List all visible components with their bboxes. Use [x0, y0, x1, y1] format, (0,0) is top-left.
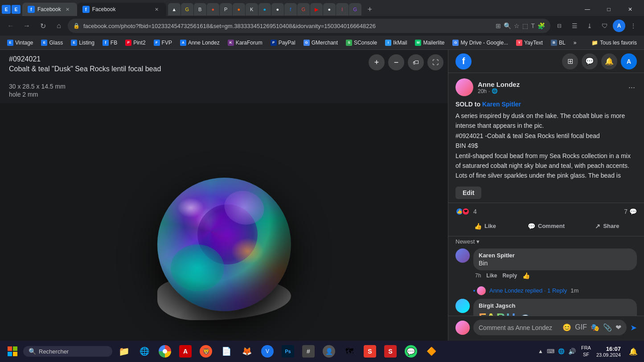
- notification-center-icon[interactable]: 🔔: [626, 347, 640, 356]
- bookmark-yaytext[interactable]: Y YayText: [513, 37, 546, 48]
- birgit-comment-author[interactable]: Birgit Jagsch: [479, 302, 632, 309]
- downloads-icon[interactable]: ⤓: [582, 19, 597, 33]
- tab-inactive-1[interactable]: f Facebook ✕: [22, 3, 77, 16]
- bookmark-listing[interactable]: E Listing: [67, 37, 98, 48]
- karen-comment-author[interactable]: Karen Spitler: [479, 252, 632, 259]
- minimize-button[interactable]: —: [577, 3, 598, 16]
- screen-share-icon[interactable]: ⊞: [496, 22, 501, 29]
- bookmark-gmerchant[interactable]: G GMerchant: [300, 37, 341, 48]
- sold-to-link[interactable]: Karen Spitler: [482, 101, 521, 108]
- post-author-name[interactable]: Anne Londez: [478, 81, 622, 88]
- zoom-out-button[interactable]: −: [388, 54, 404, 70]
- taskbar-file-explorer[interactable]: 📁: [114, 342, 134, 361]
- grid-icon[interactable]: ⊞: [562, 53, 578, 69]
- taskbar-notepad[interactable]: 📄: [217, 342, 236, 361]
- tab-active[interactable]: f Facebook ✕: [77, 3, 166, 16]
- bookmark-fb[interactable]: f FB: [99, 37, 121, 48]
- birgit-avatar[interactable]: [455, 299, 470, 313]
- bookmark-sconsole[interactable]: S SConsole: [342, 37, 381, 48]
- forward-button[interactable]: →: [20, 19, 34, 33]
- tray-up-arrow-icon[interactable]: ▲: [538, 348, 543, 354]
- comment-count[interactable]: 7 💬: [624, 208, 637, 215]
- taskbar-whatsapp[interactable]: 💬: [401, 342, 421, 361]
- taskbar-search[interactable]: 🔍 Rechercher: [23, 346, 112, 357]
- bookmark-paypal[interactable]: P PayPal: [267, 37, 299, 48]
- edit-button[interactable]: Edit: [455, 187, 481, 199]
- fullscreen-button[interactable]: ⛶: [427, 54, 443, 70]
- brave-shield-icon[interactable]: 🛡: [598, 19, 612, 33]
- taskbar-antivirus-s2[interactable]: S: [381, 342, 400, 361]
- titlebar-tab-e[interactable]: P: [220, 3, 232, 16]
- titlebar-tab-k[interactable]: G: [297, 3, 310, 16]
- titlebar-favicon-e[interactable]: E: [2, 5, 11, 14]
- bookmark-anne[interactable]: A Anne Londez: [176, 37, 223, 48]
- emoji-icon[interactable]: 😊: [562, 323, 571, 332]
- comment-input-placeholder[interactable]: Comment as Anne Londez: [479, 324, 552, 331]
- bookmark-more[interactable]: »: [570, 37, 580, 48]
- bookmark-fvp[interactable]: F FVP: [150, 37, 176, 48]
- titlebar-tab-o[interactable]: G: [349, 3, 361, 16]
- system-clock[interactable]: 16:07 23.09.2024: [593, 346, 624, 358]
- extension-icon[interactable]: ⬚: [522, 22, 528, 29]
- network-icon[interactable]: 🌐: [558, 348, 565, 354]
- taskbar-user[interactable]: 👤: [319, 342, 339, 361]
- titlebar-tab-c[interactable]: B: [194, 3, 206, 16]
- attachment-icon[interactable]: 📎: [603, 323, 612, 332]
- titlebar-tab-d[interactable]: ●: [207, 3, 219, 16]
- photo-image-container[interactable]: [0, 103, 448, 341]
- zoom-in-button[interactable]: +: [369, 54, 385, 70]
- heart-react-icon[interactable]: ❤: [615, 323, 621, 332]
- post-menu-button[interactable]: ···: [627, 81, 637, 94]
- taskbar-maps[interactable]: 🗺: [340, 342, 359, 361]
- translate-icon[interactable]: T: [531, 22, 535, 29]
- profile-button[interactable]: A: [613, 20, 625, 32]
- karen-avatar[interactable]: [455, 248, 470, 263]
- titlebar-tab-h[interactable]: ●: [258, 3, 271, 16]
- taskbar-firefox[interactable]: 🦊: [237, 342, 257, 361]
- keyboard-icon[interactable]: ⌨: [547, 348, 554, 354]
- home-button[interactable]: ⌂: [52, 19, 66, 33]
- bookmark-kara[interactable]: K KaraForum: [224, 37, 266, 48]
- titlebar-tab-f[interactable]: ●: [233, 3, 245, 16]
- user-avatar-top[interactable]: A: [621, 53, 637, 69]
- titlebar-tab-a[interactable]: ▲: [168, 3, 180, 16]
- karen-fb-reaction[interactable]: 👍: [522, 272, 530, 279]
- bookmark-mailerlite[interactable]: M Mailerlite: [411, 37, 448, 48]
- titlebar-tab-m[interactable]: ●: [323, 3, 336, 16]
- address-bar[interactable]: 🔒 facebook.com/photo?fbid=10233245473256…: [68, 19, 550, 33]
- gif-icon[interactable]: GIF: [575, 323, 587, 332]
- taskbar-vpn[interactable]: V: [258, 342, 277, 361]
- bookmark-vintage[interactable]: E Vintage: [4, 37, 37, 48]
- titlebar-tab-g[interactable]: K: [246, 3, 258, 16]
- bookmark-pint[interactable]: P Pint2: [122, 37, 149, 48]
- comment-input-box[interactable]: Comment as Anne Londez 😊 GIF 🎭 📎 ❤: [473, 320, 627, 335]
- bookmark-ikmail[interactable]: I IkMail: [381, 37, 410, 48]
- taskbar-brave[interactable]: 🦁: [196, 342, 216, 361]
- bookmark-bl[interactable]: B BL: [547, 37, 569, 48]
- post-author-avatar[interactable]: [455, 78, 473, 96]
- menu-button[interactable]: ⋮: [626, 19, 640, 33]
- titlebar-tab-l[interactable]: ▶: [310, 3, 323, 16]
- back-button[interactable]: ←: [4, 19, 18, 33]
- taskbar-antivirus-s[interactable]: S: [360, 342, 380, 361]
- taskbar-calculator[interactable]: #: [299, 342, 318, 361]
- reload-button[interactable]: ↻: [36, 19, 50, 33]
- facebook-logo[interactable]: f: [455, 53, 472, 69]
- tab-close-active[interactable]: ✕: [153, 5, 161, 13]
- close-button[interactable]: ✕: [620, 3, 640, 16]
- comment-send-button[interactable]: ➤: [630, 323, 637, 333]
- tab-close-1[interactable]: ✕: [64, 5, 72, 13]
- cast-icon[interactable]: ⊟: [552, 19, 566, 33]
- bookmark-glass[interactable]: E Glass: [37, 37, 66, 48]
- maximize-button[interactable]: □: [599, 3, 619, 16]
- karen-like-button[interactable]: Like: [486, 273, 497, 279]
- start-button[interactable]: [4, 342, 21, 360]
- taskbar-chrome[interactable]: [155, 342, 175, 361]
- taskbar-vlc[interactable]: 🔶: [422, 342, 441, 361]
- titlebar-favicon-e2[interactable]: E: [12, 5, 21, 14]
- tag-button[interactable]: 🏷: [408, 54, 424, 70]
- zoom-icon[interactable]: 🔍: [504, 22, 511, 29]
- comment-action-button[interactable]: 💬 Comment: [517, 220, 576, 232]
- taskbar-antivirus-red[interactable]: A: [176, 342, 195, 361]
- language-indicator[interactable]: FRA SF: [581, 345, 591, 358]
